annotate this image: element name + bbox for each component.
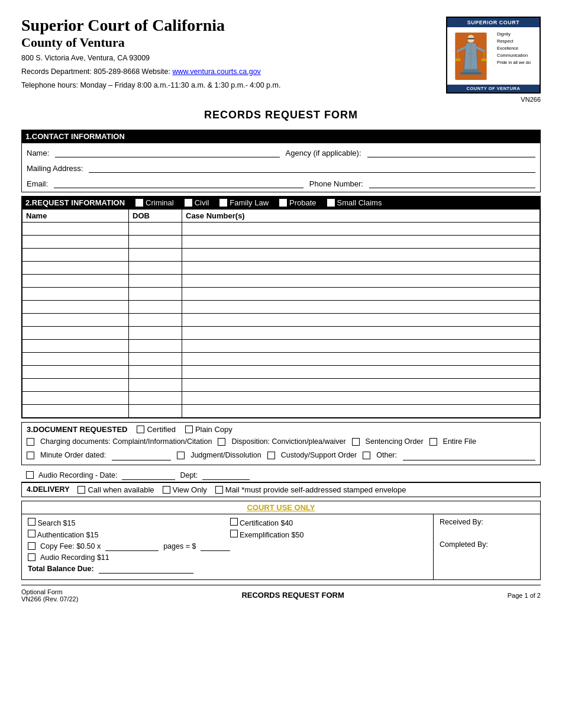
table-cell-name[interactable] (22, 379, 129, 392)
table-cell-name[interactable] (22, 314, 129, 327)
table-cell-dob[interactable] (129, 314, 182, 327)
table-cell-dob[interactable] (129, 392, 182, 405)
table-cell-dob[interactable] (129, 262, 182, 275)
minuteorder-date-field[interactable] (112, 451, 171, 460)
table-cell-name[interactable] (22, 236, 129, 249)
name-field[interactable] (55, 147, 279, 157)
table-cell-name[interactable] (22, 223, 129, 236)
checkbox-civil[interactable]: Civil (185, 198, 209, 207)
plaincopy-checkbox-box[interactable] (185, 426, 193, 433)
table-cell-dob[interactable] (129, 327, 182, 340)
checkbox-criminal[interactable]: Criminal (135, 198, 174, 207)
section-delivery: 4.DELIVERY Call when available View Only… (21, 482, 541, 497)
copyfee-checkbox[interactable] (28, 542, 35, 550)
certified-checkbox-box[interactable] (137, 426, 144, 433)
court-use-title: COURT USE ONLY (22, 501, 540, 514)
table-cell-case[interactable] (182, 314, 540, 327)
mailing-field[interactable] (89, 162, 535, 173)
table-cell-name[interactable] (22, 327, 129, 340)
checkbox-plaincopy[interactable]: Plain Copy (185, 425, 232, 434)
table-cell-name[interactable] (22, 262, 129, 275)
probate-checkbox-box[interactable] (279, 199, 287, 207)
footer-left: Optional Form VN266 (Rev. 07/22) (21, 588, 78, 603)
judgment-checkbox[interactable] (177, 452, 185, 459)
table-cell-case[interactable] (182, 366, 540, 379)
table-cell-case[interactable] (182, 262, 540, 275)
table-cell-dob[interactable] (129, 379, 182, 392)
audio-fee-checkbox[interactable] (28, 553, 35, 561)
table-cell-case[interactable] (182, 379, 540, 392)
checkbox-smallclaims[interactable]: Small Claims (327, 198, 382, 207)
checkbox-certified[interactable]: Certified (137, 425, 175, 434)
audio-checkbox[interactable] (26, 471, 34, 479)
custody-checkbox[interactable] (267, 452, 275, 459)
table-cell-dob[interactable] (129, 366, 182, 379)
table-cell-dob[interactable] (129, 353, 182, 366)
table-cell-case[interactable] (182, 236, 540, 249)
table-cell-case[interactable] (182, 275, 540, 288)
table-cell-dob[interactable] (129, 288, 182, 301)
cert-fee-checkbox[interactable] (230, 518, 238, 526)
table-cell-dob[interactable] (129, 249, 182, 262)
table-cell-dob[interactable] (129, 405, 182, 418)
auth-fee-checkbox[interactable] (28, 530, 35, 537)
phone-field[interactable] (369, 178, 535, 188)
mail-checkbox-box[interactable] (215, 486, 223, 494)
criminal-checkbox-box[interactable] (135, 199, 143, 207)
table-cell-case[interactable] (182, 223, 540, 236)
smallclaims-checkbox-box[interactable] (327, 199, 335, 207)
dept-field[interactable] (202, 471, 250, 480)
table-cell-case[interactable] (182, 405, 540, 418)
table-cell-name[interactable] (22, 301, 129, 314)
entirefile-checkbox[interactable] (429, 438, 437, 446)
checkbox-probate[interactable]: Probate (279, 198, 316, 207)
search-fee-checkbox[interactable] (28, 518, 35, 526)
charging-checkbox[interactable] (27, 438, 34, 446)
court-use-body: Search $15 Certification $40 Authenticat… (22, 514, 540, 579)
checkbox-familylaw[interactable]: Family Law (219, 198, 269, 207)
table-cell-case[interactable] (182, 392, 540, 405)
table-cell-name[interactable] (22, 288, 129, 301)
table-cell-case[interactable] (182, 353, 540, 366)
table-cell-dob[interactable] (129, 275, 182, 288)
website-link[interactable]: www.ventura.courts.ca.gov (172, 67, 260, 76)
table-cell-dob[interactable] (129, 340, 182, 353)
name-row: Name: Agency (if applicable): (22, 143, 540, 159)
table-cell-name[interactable] (22, 405, 129, 418)
table-cell-case[interactable] (182, 340, 540, 353)
viewonly-checkbox-box[interactable] (163, 486, 170, 494)
table-cell-case[interactable] (182, 301, 540, 314)
familylaw-checkbox-box[interactable] (219, 199, 227, 207)
table-cell-dob[interactable] (129, 301, 182, 314)
copyfee-amount-field[interactable] (201, 542, 230, 551)
table-cell-case[interactable] (182, 288, 540, 301)
other-checkbox[interactable] (363, 452, 370, 459)
table-cell-name[interactable] (22, 366, 129, 379)
table-cell-name[interactable] (22, 249, 129, 262)
table-cell-case[interactable] (182, 249, 540, 262)
minuteorder-checkbox[interactable] (27, 452, 34, 459)
table-row (22, 236, 540, 249)
callavail-checkbox-box[interactable] (77, 486, 85, 494)
table-cell-name[interactable] (22, 392, 129, 405)
copyfee-pages-field[interactable] (105, 542, 159, 551)
table-cell-dob[interactable] (129, 223, 182, 236)
table-cell-dob[interactable] (129, 236, 182, 249)
exemp-fee-checkbox[interactable] (230, 530, 238, 537)
table-cell-name[interactable] (22, 340, 129, 353)
other-field[interactable] (403, 451, 535, 460)
checkbox-viewonly[interactable]: View Only (163, 485, 207, 494)
civil-checkbox-box[interactable] (185, 199, 192, 207)
sentencing-checkbox[interactable] (352, 438, 360, 446)
table-cell-name[interactable] (22, 275, 129, 288)
checkbox-mail[interactable]: Mail *must provide self-addressed stampe… (215, 485, 406, 494)
disposition-checkbox[interactable] (218, 438, 225, 446)
total-field[interactable] (99, 564, 193, 574)
table-cell-case[interactable] (182, 327, 540, 340)
checkbox-callavail[interactable]: Call when available (77, 485, 154, 494)
audio-date-field[interactable] (122, 471, 175, 480)
fee-col-exemplification: Exemplification $50 (230, 530, 428, 539)
table-cell-name[interactable] (22, 353, 129, 366)
email-field[interactable] (54, 178, 303, 188)
agency-field[interactable] (367, 147, 535, 157)
